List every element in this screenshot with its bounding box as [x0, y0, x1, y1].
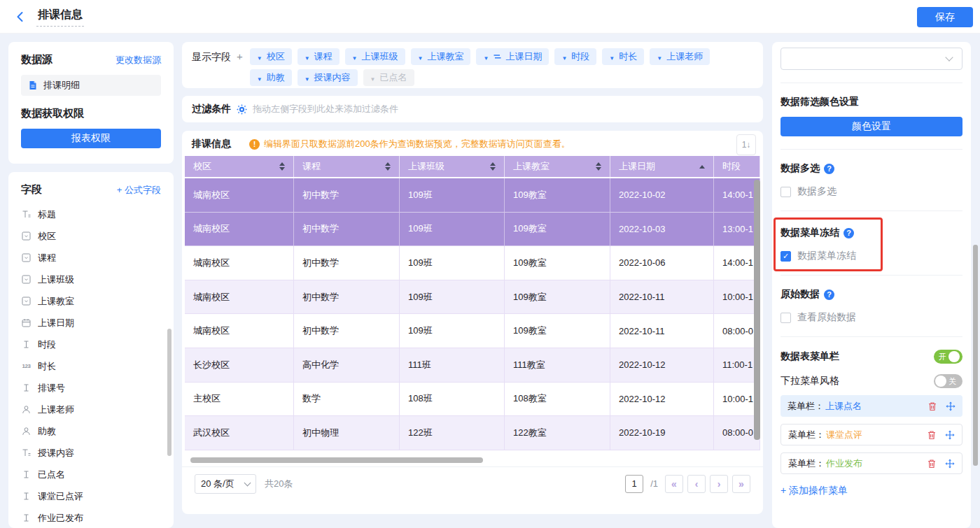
- field-chip[interactable]: 上课教室: [411, 48, 471, 65]
- field-item[interactable]: 标题: [21, 204, 161, 225]
- next-page-button[interactable]: [710, 475, 728, 493]
- fields-scrollbar[interactable]: [167, 329, 172, 456]
- move-icon[interactable]: [946, 401, 955, 411]
- field-chip[interactable]: 上课老师: [650, 48, 710, 65]
- field-item[interactable]: 助教: [21, 420, 161, 442]
- table-row-selected[interactable]: 城南校区初中数学109班109教室2022-10-0313:00-1: [185, 213, 760, 247]
- raw-data-checkbox-row[interactable]: 查看原始数据: [780, 311, 962, 324]
- page-size-select[interactable]: 20 条/页: [195, 474, 256, 494]
- column-header[interactable]: 课程: [294, 156, 400, 177]
- table-row[interactable]: 长沙校区高中化学111班111教室2022-10-1211:00-1: [185, 348, 760, 383]
- current-page-input[interactable]: 1: [625, 475, 643, 493]
- delete-icon[interactable]: [927, 401, 937, 411]
- checkbox-checked[interactable]: [780, 251, 791, 262]
- help-icon[interactable]: [824, 164, 834, 174]
- change-datasource-link[interactable]: 更改数据源: [115, 54, 161, 66]
- field-chip[interactable]: 时长: [602, 48, 644, 65]
- sort-icon[interactable]: [490, 162, 496, 171]
- prev-page-button[interactable]: [687, 475, 706, 493]
- table-title: 排课信息: [192, 138, 231, 150]
- chevron-down-icon: [244, 479, 251, 486]
- field-chip[interactable]: 时段: [554, 48, 596, 65]
- table-row[interactable]: 武汉校区初中物理122班122教室2022-10-1908:00-0: [185, 416, 760, 450]
- color-setting-button[interactable]: 颜色设置: [780, 117, 962, 136]
- menu-bar-item[interactable]: 菜单栏： 课堂点评: [780, 424, 962, 445]
- field-item[interactable]: 课程: [21, 247, 161, 269]
- column-header[interactable]: 时段: [714, 156, 760, 177]
- move-icon[interactable]: [945, 430, 955, 440]
- gear-icon[interactable]: [237, 104, 247, 115]
- help-icon[interactable]: [824, 290, 834, 300]
- field-list: 标题 校区 课程 上课班级 上课教室 上课日期 时段 123时长 排课号 上课老…: [21, 204, 161, 528]
- field-item[interactable]: 时段: [21, 334, 161, 355]
- menu-bar-item[interactable]: 菜单栏： 作业发布: [780, 452, 962, 474]
- field-chip[interactable]: 助教: [250, 69, 292, 86]
- table-row[interactable]: 城南校区初中数学109班109教室2022-10-1110:00-1: [185, 280, 760, 315]
- field-item[interactable]: 上课老师: [21, 399, 161, 420]
- multi-select-checkbox-row[interactable]: 数据多选: [780, 185, 962, 198]
- sort-order-button[interactable]: 1↓: [736, 134, 756, 155]
- report-permission-button[interactable]: 报表权限: [21, 129, 161, 148]
- column-header[interactable]: 上课教室: [505, 156, 610, 177]
- first-page-button[interactable]: [665, 475, 683, 493]
- add-action-menu-link[interactable]: + 添加操作菜单: [780, 485, 962, 497]
- field-item[interactable]: 已点名: [21, 464, 161, 485]
- chevron-down-icon[interactable]: [609, 52, 615, 62]
- menu-freeze-checkbox-row[interactable]: 数据菜单冻结: [780, 250, 962, 262]
- last-page-button[interactable]: [732, 475, 750, 493]
- table-vertical-scrollbar[interactable]: [754, 180, 760, 440]
- table-row[interactable]: 主校区数学108班108教室2022-10-1210:00-1: [185, 383, 760, 417]
- sort-icon[interactable]: [279, 162, 285, 171]
- field-item[interactable]: 上课班级: [21, 269, 161, 290]
- column-header-sorted[interactable]: 上课日期: [610, 156, 714, 177]
- field-chip[interactable]: 课程: [298, 48, 340, 65]
- chevron-down-icon[interactable]: [257, 52, 262, 62]
- menu-bar-item[interactable]: 菜单栏： 上课点名: [780, 395, 962, 417]
- chevron-down-icon[interactable]: [352, 52, 358, 62]
- field-item[interactable]: 上课日期: [21, 312, 161, 334]
- save-button[interactable]: 保存: [917, 7, 973, 27]
- chevron-down-icon[interactable]: [657, 52, 662, 62]
- chevron-down-icon[interactable]: [561, 52, 567, 62]
- field-item[interactable]: 123时长: [21, 355, 161, 377]
- datasource-item[interactable]: 排课明细: [21, 75, 161, 96]
- back-button[interactable]: [11, 8, 29, 26]
- table-row[interactable]: 城南校区初中数学109班109教室2022-10-1108:00-0: [185, 314, 760, 348]
- settings-dropdown[interactable]: [780, 48, 962, 70]
- chevron-down-icon[interactable]: [257, 73, 262, 83]
- sort-icon[interactable]: [385, 162, 391, 171]
- page-scrollbar[interactable]: [973, 245, 978, 466]
- table-row[interactable]: 城南校区初中数学109班109教室2022-10-0614:00-1: [185, 246, 760, 280]
- field-item[interactable]: 课堂已点评: [21, 485, 161, 507]
- menu-bar-toggle-on[interactable]: 开: [934, 350, 962, 364]
- field-chip-sorted[interactable]: 上课日期: [476, 48, 549, 65]
- table-horizontal-scrollbar[interactable]: [190, 457, 483, 463]
- sort-icon[interactable]: [596, 162, 601, 171]
- help-icon[interactable]: [844, 228, 854, 238]
- checkbox-unchecked[interactable]: [780, 187, 791, 197]
- move-icon[interactable]: [945, 459, 955, 469]
- add-field-button[interactable]: +: [237, 50, 243, 62]
- dropdown-style-toggle-off[interactable]: 关: [934, 374, 962, 388]
- chevron-down-icon[interactable]: [304, 73, 310, 83]
- field-chip[interactable]: 校区: [250, 48, 292, 65]
- field-item[interactable]: 排课号: [21, 377, 161, 399]
- add-formula-field-link[interactable]: + 公式字段: [117, 184, 161, 197]
- chevron-down-icon[interactable]: [418, 52, 424, 62]
- delete-icon[interactable]: [927, 430, 937, 440]
- field-chip[interactable]: 授课内容: [298, 69, 358, 86]
- field-item[interactable]: 校区: [21, 225, 161, 247]
- column-header[interactable]: 上课班级: [400, 156, 505, 177]
- delete-icon[interactable]: [927, 459, 937, 469]
- table-row-selected[interactable]: 城南校区初中数学109班109教室2022-10-0214:00-1: [185, 178, 760, 213]
- chevron-down-icon[interactable]: [304, 52, 310, 62]
- field-item[interactable]: 上课教室: [21, 290, 161, 312]
- field-item[interactable]: 授课内容: [21, 442, 161, 464]
- person-icon: [21, 427, 31, 436]
- field-chip[interactable]: 上课班级: [345, 48, 405, 65]
- chevron-down-icon[interactable]: [483, 52, 489, 62]
- column-header[interactable]: 校区: [185, 156, 294, 177]
- checkbox-unchecked[interactable]: [780, 313, 791, 323]
- sort-ascending-icon[interactable]: [699, 165, 705, 169]
- field-item[interactable]: 作业已发布: [21, 507, 161, 528]
